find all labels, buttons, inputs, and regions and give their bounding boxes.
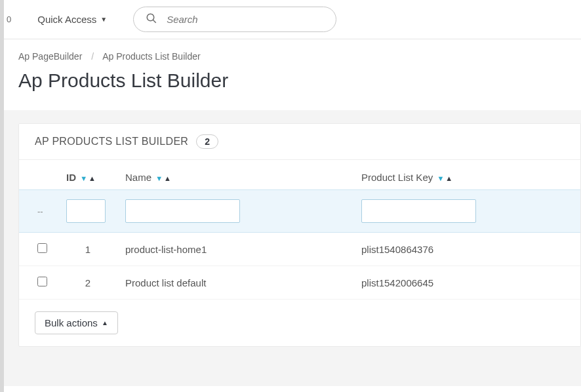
col-name-header[interactable]: Name ▼ ▲: [117, 160, 353, 190]
col-id-label: ID: [66, 172, 76, 183]
bulk-actions-wrap: Bulk actions ▲: [19, 300, 580, 334]
page-title: Ap Products List Builder: [0, 67, 581, 110]
row-key: plist1540864376: [353, 233, 580, 266]
count-badge: 2: [196, 134, 218, 149]
caret-up-icon: ▲: [102, 319, 108, 326]
svg-line-1: [153, 20, 156, 23]
panel-title: AP PRODUCTS LIST BUILDER: [35, 136, 188, 147]
search-icon: [146, 12, 157, 26]
sort-asc-icon[interactable]: ▲: [445, 175, 452, 182]
quick-access-label: Quick Access: [37, 14, 96, 25]
search-input[interactable]: [167, 14, 324, 25]
col-name-label: Name: [125, 172, 151, 183]
col-checkbox: [19, 160, 58, 190]
breadcrumb-parent[interactable]: Ap PageBuilder: [18, 51, 82, 62]
topbar-num: 0: [7, 14, 11, 24]
row-name: product-list-home1: [117, 233, 353, 266]
breadcrumb-separator: /: [91, 51, 94, 62]
col-key-header[interactable]: Product List Key ▼ ▲: [353, 160, 580, 190]
row-name: Product list default: [117, 266, 353, 300]
filter-name-input[interactable]: [125, 199, 240, 223]
bulk-actions-button[interactable]: Bulk actions ▲: [35, 311, 118, 334]
row-checkbox[interactable]: [37, 277, 47, 286]
sort-desc-icon[interactable]: ▼: [80, 175, 87, 182]
content-area: AP PRODUCTS LIST BUILDER 2 ID ▼ ▲ Name: [0, 110, 581, 386]
breadcrumb-current: Ap Products List Builder: [102, 51, 200, 62]
svg-point-0: [147, 14, 154, 21]
row-checkbox[interactable]: [37, 243, 47, 253]
search-box[interactable]: [133, 7, 336, 32]
row-key: plist1542006645: [353, 266, 580, 300]
caret-down-icon: ▼: [100, 16, 107, 23]
sort-desc-icon[interactable]: ▼: [155, 175, 163, 182]
filter-id-input[interactable]: [66, 199, 106, 223]
filter-row: --: [19, 190, 580, 233]
sidebar-edge: [0, 0, 4, 386]
row-id: 2: [58, 266, 117, 300]
products-table: ID ▼ ▲ Name ▼ ▲ Product: [19, 160, 580, 300]
sort-icons: ▼ ▲: [437, 175, 452, 182]
table-row[interactable]: 1 product-list-home1 plist1540864376: [19, 233, 580, 266]
filter-dash: --: [37, 206, 43, 216]
filter-key-input[interactable]: [361, 199, 476, 223]
sort-asc-icon[interactable]: ▲: [89, 175, 96, 182]
list-panel: AP PRODUCTS LIST BUILDER 2 ID ▼ ▲ Name: [18, 123, 581, 347]
breadcrumb: Ap PageBuilder / Ap Products List Builde…: [0, 39, 581, 67]
sort-asc-icon[interactable]: ▲: [164, 175, 171, 182]
col-id-header[interactable]: ID ▼ ▲: [58, 160, 117, 190]
sort-icons: ▼ ▲: [155, 175, 171, 182]
quick-access-dropdown[interactable]: Quick Access ▼: [37, 14, 107, 25]
topbar: 0 Quick Access ▼: [0, 0, 581, 39]
row-id: 1: [58, 233, 117, 266]
bulk-actions-label: Bulk actions: [45, 317, 98, 328]
col-key-label: Product List Key: [361, 172, 433, 183]
sort-icons: ▼ ▲: [80, 175, 96, 182]
panel-header: AP PRODUCTS LIST BUILDER 2: [19, 124, 580, 160]
table-row[interactable]: 2 Product list default plist1542006645: [19, 266, 580, 300]
sort-desc-icon[interactable]: ▼: [437, 175, 444, 182]
